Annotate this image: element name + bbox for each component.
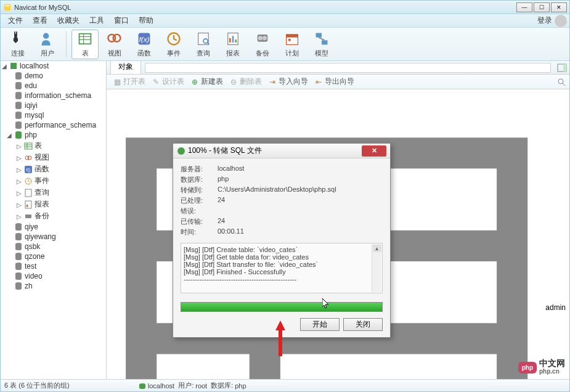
- toolbar-fx[interactable]: f(x)函数: [131, 30, 158, 59]
- action-import[interactable]: ⇥导入向导: [266, 75, 311, 88]
- db-video[interactable]: video: [1, 271, 106, 281]
- watermark: php 中文网 php.cn: [518, 359, 565, 376]
- db-qsbk[interactable]: qsbk: [1, 242, 106, 251]
- menu-favorites[interactable]: 收藏夹: [52, 14, 84, 27]
- backup-icon: [254, 30, 271, 47]
- tree-view[interactable]: ▷视图: [1, 152, 106, 163]
- db-qiye[interactable]: qiye: [1, 222, 106, 232]
- tree-event[interactable]: ▷事件: [1, 175, 106, 187]
- titlebar: Navicat for MySQL — ☐ ✕: [1, 1, 569, 14]
- tree-table[interactable]: ▷表: [1, 140, 106, 152]
- scrollbar[interactable]: ▲: [372, 244, 381, 292]
- dialog-titlebar[interactable]: 100% - 转储 SQL 文件 ✕: [173, 144, 390, 158]
- svg-point-48: [15, 126, 22, 129]
- svg-text:f(): f(): [26, 168, 31, 173]
- toolbar-event[interactable]: 事件: [160, 30, 187, 59]
- delete-icon: ⊖: [229, 78, 238, 86]
- svg-rect-30: [10, 63, 17, 69]
- status-db: 数据库: php: [211, 381, 246, 390]
- import-icon: ⇥: [268, 78, 277, 86]
- sidebar-toggle-icon[interactable]: [557, 63, 567, 73]
- avatar[interactable]: [555, 15, 567, 27]
- svg-rect-61: [25, 189, 31, 197]
- svg-rect-87: [563, 64, 566, 71]
- action-delete: ⊖删除表: [227, 75, 264, 88]
- svg-rect-26: [288, 39, 291, 41]
- sidebar[interactable]: ◢localhostdemoeduinformation_schemaiqiyi…: [1, 61, 107, 379]
- message-log[interactable]: [Msg] [Dtf] Create table: `video_cates`[…: [181, 243, 383, 293]
- db-qiyewang[interactable]: qiyewang: [1, 232, 106, 242]
- menu-window[interactable]: 窗口: [109, 14, 134, 27]
- svg-rect-25: [287, 35, 298, 38]
- toolbar-table[interactable]: 表: [71, 30, 99, 59]
- svg-text:f(x): f(x): [139, 35, 149, 44]
- db-performance_schema[interactable]: performance_schema: [1, 120, 106, 130]
- toolbar-view[interactable]: 视图: [101, 30, 128, 59]
- db-mysql[interactable]: mysql: [1, 110, 106, 120]
- tree-report[interactable]: ▷报表: [1, 198, 106, 210]
- maximize-button[interactable]: ☐: [534, 2, 550, 12]
- schedule-icon: [283, 30, 301, 47]
- svg-rect-64: [25, 214, 31, 218]
- db-zh[interactable]: zh: [1, 281, 106, 291]
- action-design: ✎设计表: [149, 75, 187, 88]
- export-icon: ⇤: [314, 78, 323, 86]
- svg-rect-19: [232, 36, 234, 43]
- svg-rect-28: [322, 40, 327, 44]
- dialog-icon: [177, 147, 185, 155]
- svg-point-10: [113, 35, 121, 42]
- toolbar-report[interactable]: 报表: [219, 30, 246, 59]
- db-iqiyi[interactable]: iqiyi: [1, 100, 106, 110]
- plug-icon: [9, 30, 26, 47]
- open-icon: ▦: [113, 78, 121, 86]
- svg-rect-18: [229, 38, 230, 43]
- svg-rect-20: [235, 39, 237, 43]
- toolbar-backup[interactable]: 备份: [249, 30, 276, 59]
- statusbar: 6 表 (6 位于当前的组) localhost 用户: root 数据库: p…: [1, 379, 569, 391]
- svg-line-29: [319, 38, 324, 41]
- toolbar-query[interactable]: 查询: [190, 30, 217, 59]
- report-icon: [224, 30, 242, 47]
- search-icon[interactable]: [557, 78, 566, 86]
- menu-view[interactable]: 查看: [28, 14, 52, 27]
- toolbar-user[interactable]: 用户: [34, 30, 61, 59]
- menu-tools[interactable]: 工具: [84, 14, 109, 27]
- query-icon: [195, 30, 212, 47]
- fx-icon: f(x): [136, 30, 153, 47]
- tree-query[interactable]: ▷查询: [1, 187, 106, 198]
- tree-fx[interactable]: ▷f()函数: [1, 163, 106, 175]
- status-count: 6 表 (6 位于当前的组): [4, 381, 70, 390]
- annotation-arrow: [274, 321, 287, 356]
- close-dialog-button[interactable]: 关闭: [343, 318, 383, 331]
- tab-objects[interactable]: 对象: [110, 61, 141, 74]
- db-qzone[interactable]: qzone: [1, 251, 106, 261]
- db-information_schema[interactable]: information_schema: [1, 91, 106, 100]
- db-demo[interactable]: demo: [1, 71, 106, 81]
- svg-point-39: [15, 97, 22, 99]
- menu-help[interactable]: 帮助: [134, 14, 158, 27]
- db-php[interactable]: ◢php: [1, 130, 106, 140]
- filter-input[interactable]: [145, 63, 551, 73]
- toolbar-plug[interactable]: 连接: [4, 30, 31, 59]
- dialog-title: 100% - 转储 SQL 文件: [188, 145, 362, 156]
- tree-backup[interactable]: ▷备份: [1, 210, 106, 222]
- start-button[interactable]: 开始: [300, 318, 340, 331]
- conn-localhost[interactable]: ◢localhost: [1, 61, 106, 71]
- action-new[interactable]: ⊕新建表: [188, 75, 226, 88]
- dialog-close-button[interactable]: ✕: [362, 145, 386, 157]
- close-button[interactable]: ✕: [551, 2, 567, 12]
- status-user: 用户: root: [178, 381, 207, 390]
- svg-point-116: [139, 386, 145, 389]
- toolbar-model[interactable]: 模型: [308, 30, 335, 59]
- action-export[interactable]: ⇤导出向导: [312, 75, 357, 88]
- svg-point-23: [263, 36, 267, 40]
- app-title: Navicat for MySQL: [14, 4, 516, 11]
- toolbar-schedule[interactable]: 计划: [279, 30, 306, 59]
- minimize-button[interactable]: —: [516, 2, 532, 12]
- menu-file[interactable]: 文件: [3, 14, 28, 27]
- login-link[interactable]: 登录: [537, 15, 552, 26]
- svg-rect-63: [26, 205, 28, 207]
- log-line: [Msg] [Dtf] Start transfer to file: `vid…: [184, 261, 380, 268]
- db-test[interactable]: test: [1, 261, 106, 271]
- db-edu[interactable]: edu: [1, 81, 106, 91]
